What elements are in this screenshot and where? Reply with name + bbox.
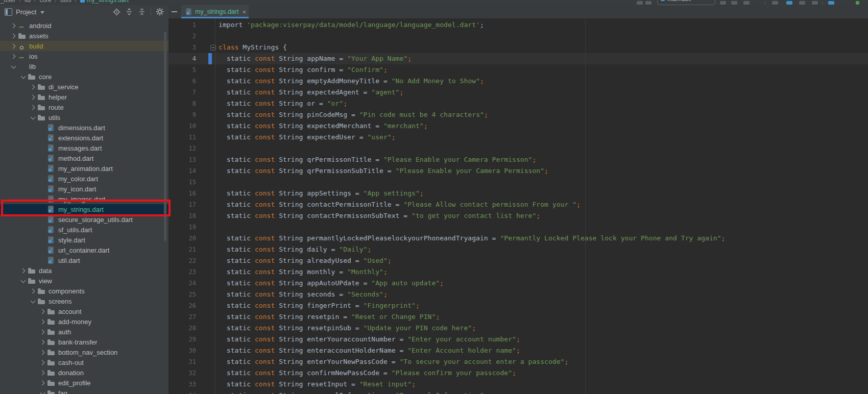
breadcrumb-segment[interactable]: lib bbox=[25, 0, 31, 4]
tree-row-bottom-nav-section[interactable]: bottom_nav_section bbox=[0, 347, 168, 357]
code-line-32[interactable]: 32 static const String confirmNewPassCod… bbox=[168, 367, 868, 379]
line-number[interactable]: 4 bbox=[168, 53, 196, 64]
chevron-down-icon[interactable] bbox=[31, 298, 36, 303]
breadcrumb-segment[interactable]: viserpay_user bbox=[0, 0, 16, 4]
line-number[interactable]: 19 bbox=[168, 221, 196, 233]
line-number[interactable]: 9 bbox=[168, 109, 196, 120]
chevron-right-icon[interactable] bbox=[20, 268, 25, 273]
toolbar-icon[interactable] bbox=[786, 1, 792, 5]
line-number[interactable]: 28 bbox=[168, 323, 196, 334]
code-line-2[interactable]: 2 bbox=[168, 31, 868, 42]
chevron-right-icon[interactable] bbox=[39, 319, 44, 324]
tree-row-donation[interactable]: donation bbox=[0, 367, 168, 378]
code-line-11[interactable]: 11 static const String expectedUser = "u… bbox=[168, 132, 868, 143]
chevron-down-icon[interactable] bbox=[40, 390, 45, 394]
code-line-34[interactable]: 34 static const String personalInformati… bbox=[168, 390, 868, 394]
tree-row-faq[interactable]: faq bbox=[0, 388, 168, 394]
line-number[interactable]: 5 bbox=[168, 64, 196, 76]
code-line-15[interactable]: 15 bbox=[168, 177, 868, 188]
code-line-25[interactable]: 25 static const String seconds = "Second… bbox=[168, 289, 868, 300]
toolbar-icon[interactable] bbox=[812, 1, 818, 5]
code-line-26[interactable]: 26 static const String fingerPrint = "Fi… bbox=[168, 300, 868, 311]
line-number[interactable]: 8 bbox=[168, 98, 196, 109]
tree-row-bank-transfer[interactable]: bank-transfer bbox=[0, 337, 168, 347]
toolbar-icon[interactable] bbox=[772, 1, 778, 5]
tree-row-url-container-dart[interactable]: url_container.dart bbox=[0, 245, 168, 255]
tree-row-assets[interactable]: assets bbox=[0, 31, 168, 41]
collapse-all-icon[interactable] bbox=[138, 8, 146, 16]
chevron-right-icon[interactable] bbox=[10, 23, 15, 28]
line-number[interactable]: 14 bbox=[168, 165, 196, 177]
code-line-9[interactable]: 9 static const String pinCodeMsg = "Pin … bbox=[168, 109, 868, 120]
chevron-right-icon[interactable] bbox=[39, 309, 44, 314]
line-number[interactable]: 27 bbox=[168, 311, 196, 323]
tree-row-ios[interactable]: ios bbox=[0, 51, 168, 61]
line-number[interactable]: 1 bbox=[168, 19, 196, 31]
tree-row-route[interactable]: route bbox=[0, 102, 168, 112]
line-number[interactable]: 26 bbox=[168, 300, 196, 311]
code-line-6[interactable]: 6 static const String emptyAddMoneyTitle… bbox=[168, 76, 868, 87]
code-line-12[interactable]: 12 bbox=[168, 143, 868, 154]
line-number[interactable]: 13 bbox=[168, 154, 196, 165]
code-line-10[interactable]: 10 static const String expectedMerchant … bbox=[168, 120, 868, 132]
code-line-29[interactable]: 29 static const String enterYouraccountN… bbox=[168, 334, 868, 345]
line-number[interactable]: 29 bbox=[168, 334, 196, 345]
code-line-5[interactable]: 5 static const String confirm = "Confirm… bbox=[168, 64, 868, 76]
line-number[interactable]: 30 bbox=[168, 345, 196, 356]
tree-row-util-dart[interactable]: util.dart bbox=[0, 255, 168, 265]
chevron-right-icon[interactable] bbox=[39, 350, 44, 355]
tree-row-add-money[interactable]: add-money bbox=[0, 316, 168, 327]
line-number[interactable]: 3 bbox=[168, 42, 196, 53]
tree-row-di-service[interactable]: di_service bbox=[0, 82, 168, 92]
line-number[interactable]: 24 bbox=[168, 278, 196, 289]
line-number[interactable]: 20 bbox=[168, 233, 196, 244]
locate-file-icon[interactable] bbox=[112, 8, 120, 16]
toolbar-icon[interactable] bbox=[743, 1, 750, 5]
line-number[interactable]: 31 bbox=[168, 356, 196, 367]
line-number[interactable]: 22 bbox=[168, 255, 196, 266]
tree-row-method-dart[interactable]: method.dart bbox=[0, 153, 168, 163]
code-line-23[interactable]: 23 static const String monthly = "Monthl… bbox=[168, 266, 868, 278]
line-number[interactable]: 12 bbox=[168, 143, 196, 154]
gear-icon[interactable] bbox=[156, 8, 164, 16]
tree-row-edit-profile[interactable]: edit_profile bbox=[0, 378, 168, 388]
tree-row-sf-utils-dart[interactable]: sf_utils.dart bbox=[0, 225, 168, 235]
line-number[interactable]: 21 bbox=[168, 244, 196, 255]
tree-row-view[interactable]: view bbox=[0, 276, 168, 286]
line-number[interactable]: 7 bbox=[168, 87, 196, 98]
code-line-8[interactable]: 8 static const String or = "or"; bbox=[168, 98, 868, 109]
code-line-1[interactable]: 1import 'package:viserpay/data/model/lan… bbox=[168, 19, 868, 31]
code-line-3[interactable]: 3class MyStrings { bbox=[168, 42, 868, 53]
toolbar-icon[interactable] bbox=[856, 1, 859, 5]
tree-row-lib[interactable]: lib bbox=[0, 61, 168, 71]
breadcrumb[interactable]: viserpay_user/lib/core/utils/my_strings.… bbox=[0, 0, 129, 4]
chevron-right-icon[interactable] bbox=[39, 380, 44, 385]
toolbar-icon[interactable] bbox=[645, 1, 652, 5]
chevron-right-icon[interactable] bbox=[39, 329, 44, 334]
code-line-33[interactable]: 33 static const String resetInput = "Res… bbox=[168, 379, 868, 390]
code-line-31[interactable]: 31 static const String enterYourNewPassC… bbox=[168, 356, 868, 367]
line-number[interactable]: 15 bbox=[168, 177, 196, 188]
toolbar-icon[interactable] bbox=[637, 1, 643, 5]
code-editor[interactable]: 1import 'package:viserpay/data/model/lan… bbox=[168, 18, 868, 394]
tree-row-my-color-dart[interactable]: my_color.dart bbox=[0, 174, 168, 184]
line-number[interactable]: 6 bbox=[168, 76, 196, 87]
line-number[interactable]: 32 bbox=[168, 367, 196, 379]
breadcrumb-segment[interactable]: utils bbox=[60, 0, 71, 4]
project-panel-title[interactable]: Project bbox=[16, 8, 36, 16]
code-line-13[interactable]: 13 static const String qrPermissonTitle … bbox=[168, 154, 868, 165]
tree-row-data[interactable]: data bbox=[0, 265, 168, 276]
toolbar-icon[interactable] bbox=[828, 1, 834, 5]
tree-row-dimensions-dart[interactable]: dimensions.dart bbox=[0, 122, 168, 133]
chevron-right-icon[interactable] bbox=[30, 94, 35, 100]
code-line-28[interactable]: 28 static const String resetpinSub = "Up… bbox=[168, 323, 868, 334]
code-line-24[interactable]: 24 static const String appAutoUPdate = "… bbox=[168, 278, 868, 289]
code-line-22[interactable]: 22 static const String alreadyUsed = "Us… bbox=[168, 255, 868, 266]
fold-marker-icon[interactable] bbox=[210, 45, 216, 51]
line-number[interactable]: 23 bbox=[168, 266, 196, 278]
line-number[interactable]: 17 bbox=[168, 199, 196, 210]
chevron-right-icon[interactable] bbox=[10, 43, 15, 48]
run-configuration-select[interactable]: main.dart bbox=[657, 0, 715, 5]
breadcrumb-segment[interactable]: core bbox=[39, 0, 51, 4]
code-line-18[interactable]: 18 static const String contactPermissonS… bbox=[168, 210, 868, 221]
